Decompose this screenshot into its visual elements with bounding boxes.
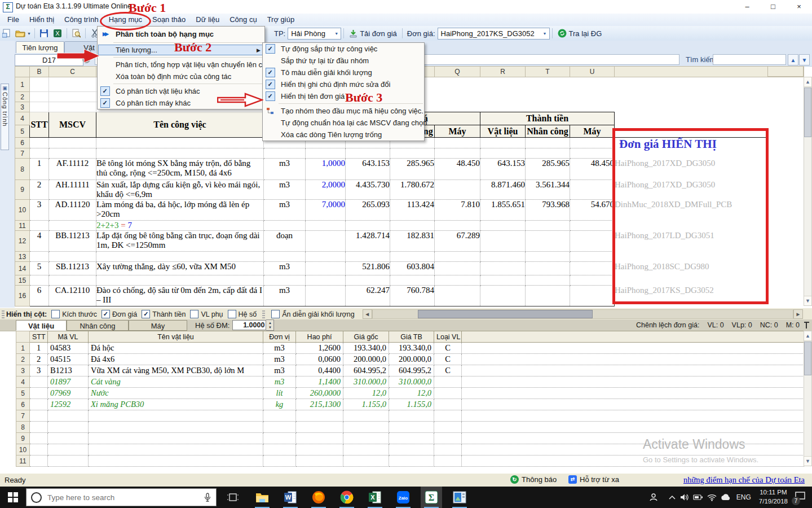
scroll-up-icon[interactable]: ▲ bbox=[804, 77, 811, 87]
cell[interactable]: 1 bbox=[30, 159, 49, 180]
cell[interactable]: m3 bbox=[264, 262, 306, 275]
cell[interactable] bbox=[435, 262, 480, 275]
cell[interactable]: 1.855.651 bbox=[480, 200, 526, 221]
cell[interactable] bbox=[526, 231, 570, 252]
cell[interactable]: m3 bbox=[263, 376, 296, 388]
cell[interactable] bbox=[263, 444, 296, 456]
cell[interactable] bbox=[306, 286, 346, 306]
cell[interactable] bbox=[480, 102, 526, 112]
toolbar-grip[interactable] bbox=[2, 310, 5, 318]
cell[interactable]: Xi măng PCB30 bbox=[89, 399, 263, 410]
column-check-he-so[interactable]: Hệ số bbox=[223, 310, 257, 318]
cell[interactable] bbox=[480, 77, 526, 92]
cell[interactable] bbox=[389, 433, 434, 444]
hscroll-thumb[interactable] bbox=[418, 310, 593, 318]
cell[interactable] bbox=[390, 252, 435, 262]
cell[interactable] bbox=[480, 252, 526, 262]
row-number[interactable]: 13 bbox=[15, 252, 30, 262]
cell[interactable] bbox=[48, 456, 89, 467]
menubar-item-tro-giup[interactable]: Trợ giúp bbox=[262, 14, 300, 26]
row-number[interactable]: 4 bbox=[16, 376, 30, 388]
checkbox-unchecked-icon[interactable] bbox=[190, 310, 198, 318]
cell[interactable] bbox=[435, 92, 480, 102]
scroll-down-icon[interactable]: ▼ bbox=[804, 296, 811, 305]
cell[interactable] bbox=[526, 92, 570, 102]
cell[interactable] bbox=[263, 456, 296, 467]
cell[interactable]: 604.995,2 bbox=[389, 365, 434, 376]
mat-header-hao-phi[interactable]: Hao phí bbox=[296, 331, 343, 343]
eta-app-icon[interactable]: Σ bbox=[421, 487, 442, 508]
cell[interactable] bbox=[343, 422, 389, 433]
cell[interactable] bbox=[89, 422, 263, 433]
cell[interactable]: AH.11111 bbox=[49, 180, 96, 200]
cell[interactable] bbox=[296, 444, 343, 456]
cell[interactable] bbox=[570, 92, 615, 102]
cell[interactable] bbox=[526, 221, 570, 231]
cell[interactable] bbox=[49, 92, 96, 102]
mat-header-ten-vat-lieu[interactable]: Tên vật liệu bbox=[89, 331, 263, 343]
cell[interactable]: 67.289 bbox=[435, 231, 480, 252]
cell[interactable]: 12592 bbox=[48, 399, 89, 410]
cell[interactable] bbox=[263, 422, 296, 433]
row-number[interactable]: 9 bbox=[15, 180, 30, 200]
cell[interactable] bbox=[296, 422, 343, 433]
cell[interactable]: 04583 bbox=[48, 343, 89, 354]
hscroll-left-icon[interactable]: ◄ bbox=[363, 309, 372, 319]
cell[interactable]: 193.340,0 bbox=[389, 343, 434, 354]
cell[interactable]: 1,1400 bbox=[296, 376, 343, 388]
menubar-item-cong-cu[interactable]: Công cụ bbox=[224, 14, 262, 26]
menubar-item-du-lieu[interactable]: Dữ liệu bbox=[191, 14, 224, 26]
cell[interactable]: 3 bbox=[30, 365, 48, 376]
column-check-thanh-tien[interactable]: ✓Thành tiền bbox=[137, 310, 186, 318]
cell[interactable]: 113.424 bbox=[390, 200, 435, 221]
cell[interactable]: 5 bbox=[30, 262, 49, 275]
cell[interactable]: 1,2600 bbox=[296, 343, 343, 354]
cell[interactable]: C bbox=[434, 365, 462, 376]
col-letter[interactable] bbox=[15, 67, 30, 77]
row-number[interactable]: 6 bbox=[16, 399, 30, 410]
cell[interactable] bbox=[343, 410, 389, 422]
menu-item-tao-nhom-theo-dau-muc-ma-hieu-cong-viec[interactable]: Tạo nhóm theo đầu mục mã hiệu công việc. bbox=[263, 105, 424, 117]
export-excel-icon[interactable]: X bbox=[52, 28, 63, 39]
close-button[interactable]: × bbox=[786, 0, 812, 14]
cell[interactable]: 2 bbox=[30, 180, 49, 200]
checkbox-checked-icon[interactable]: ✓ bbox=[100, 86, 110, 96]
cell[interactable]: Lắp đặt ống bê tông bằng cần trục, đoạn … bbox=[96, 231, 264, 252]
cell[interactable]: Nước bbox=[89, 388, 263, 399]
cell[interactable] bbox=[435, 148, 480, 159]
cell[interactable] bbox=[96, 138, 264, 148]
cell[interactable] bbox=[390, 275, 435, 286]
row-number[interactable]: 1 bbox=[16, 343, 30, 354]
checkbox-unchecked-icon[interactable] bbox=[51, 310, 60, 318]
cell[interactable] bbox=[570, 102, 615, 112]
col-letter-q[interactable]: Q bbox=[435, 67, 480, 77]
cell[interactable]: Đá 4x6 bbox=[89, 354, 263, 365]
cell[interactable] bbox=[49, 77, 96, 92]
cell[interactable]: 07969 bbox=[48, 388, 89, 399]
cell[interactable]: m3 bbox=[263, 365, 296, 376]
open-dropdown-caret[interactable]: ▼ bbox=[27, 32, 31, 36]
cell[interactable] bbox=[30, 444, 48, 456]
row-number[interactable]: 16 bbox=[15, 286, 30, 306]
cell[interactable] bbox=[480, 275, 526, 286]
cell[interactable]: Đá hộc bbox=[89, 343, 263, 354]
cell[interactable] bbox=[434, 410, 462, 422]
row-number[interactable]: 9 bbox=[16, 433, 30, 444]
cell[interactable] bbox=[48, 433, 89, 444]
menubar-item-soan-thao[interactable]: Soạn thảo bbox=[147, 14, 191, 26]
cell[interactable] bbox=[346, 252, 390, 262]
checkbox-checked-icon[interactable]: ✓ bbox=[102, 310, 110, 318]
cell[interactable]: 2 bbox=[30, 354, 48, 365]
cell[interactable] bbox=[49, 275, 96, 286]
scroll-down-icon[interactable]: ▼ bbox=[804, 456, 811, 466]
row-number[interactable]: 5 bbox=[15, 125, 30, 138]
cell[interactable]: CA.12110 bbox=[49, 286, 96, 306]
task-view-button[interactable] bbox=[222, 487, 244, 508]
col-letter-u[interactable]: U bbox=[570, 67, 615, 77]
cell[interactable]: 8.871.460 bbox=[480, 180, 526, 200]
column-check-don-gia[interactable]: ✓Đơn giá bbox=[97, 310, 137, 318]
cell[interactable]: m3 bbox=[264, 159, 306, 180]
row-number[interactable]: 3 bbox=[16, 365, 30, 376]
cell[interactable]: 3.561.344 bbox=[526, 180, 570, 200]
pin-icon[interactable] bbox=[804, 322, 809, 329]
